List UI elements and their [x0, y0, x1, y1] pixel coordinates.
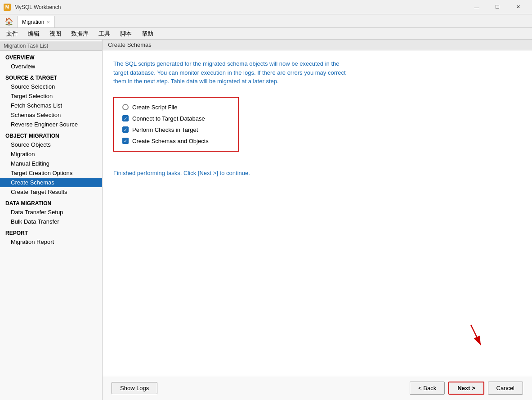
sidebar-item-target-selection[interactable]: Target Selection: [0, 91, 102, 101]
tab-close-icon[interactable]: ×: [47, 19, 49, 25]
sidebar-header: Migration Task List: [0, 41, 102, 51]
sidebar-item-reverse-engineer[interactable]: Reverse Engineer Source: [0, 120, 102, 129]
radio-label: Create Script File: [132, 104, 177, 111]
radio-create-script-file[interactable]: Create Script File: [122, 104, 230, 111]
checkbox-label: Perform Checks in Target: [132, 126, 198, 133]
content-area: Create Schemas The SQL scripts generated…: [103, 40, 532, 400]
sidebar-item-target-creation-options[interactable]: Target Creation Options: [0, 168, 102, 178]
back-button[interactable]: < Back: [410, 382, 445, 395]
section-object-migration: OBJECT MIGRATION: [0, 129, 102, 140]
sidebar: Migration Task List OVERVIEW Overview SO…: [0, 40, 103, 400]
app-body: Migration Task List OVERVIEW Overview SO…: [0, 40, 532, 400]
menu-item-编辑[interactable]: 编辑: [23, 29, 44, 39]
migration-tab[interactable]: Migration ×: [17, 16, 55, 27]
app-icon: M: [4, 4, 11, 11]
section-overview: OVERVIEW: [0, 51, 102, 62]
sidebar-item-schemas-selection[interactable]: Schemas Selection: [0, 110, 102, 120]
sidebar-item-create-schemas[interactable]: Create Schemas: [0, 178, 102, 187]
content-body: The SQL scripts generated for the migrat…: [103, 50, 532, 376]
menu-item-视图[interactable]: 视图: [45, 29, 66, 39]
section-report: REPORT: [0, 226, 102, 237]
home-tab[interactable]: 🏠: [2, 15, 16, 27]
checkbox-icon: ✓: [122, 138, 129, 144]
cancel-button[interactable]: Cancel: [488, 382, 523, 395]
nav-buttons: < Back Next > Cancel: [410, 382, 523, 395]
finished-text: Finished performing tasks. Click [Next >…: [113, 170, 521, 176]
arrow-svg: [462, 320, 489, 352]
description-text: The SQL scripts generated for the migrat…: [113, 59, 347, 86]
section-data-migration: DATA MIGRATION: [0, 197, 102, 207]
title-bar: M MySQL Workbench — ☐ ✕: [0, 0, 532, 14]
content-header: Create Schemas: [103, 40, 532, 50]
sidebar-item-manual-editing[interactable]: Manual Editing: [0, 159, 102, 168]
title-bar-left: M MySQL Workbench: [4, 4, 61, 11]
sidebar-item-data-transfer-setup[interactable]: Data Transfer Setup: [0, 207, 102, 217]
menu-item-帮助[interactable]: 帮助: [137, 29, 158, 39]
sidebar-item-bulk-data-transfer[interactable]: Bulk Data Transfer: [0, 217, 102, 226]
menu-bar: 文件编辑视图数据库工具脚本帮助: [0, 28, 532, 40]
menu-item-文件[interactable]: 文件: [2, 29, 22, 39]
sidebar-item-migration-report[interactable]: Migration Report: [0, 237, 102, 247]
checkbox-perform-checks[interactable]: ✓ Perform Checks in Target: [122, 126, 230, 133]
checkbox-connect-target[interactable]: ✓ Connect to Target Database: [122, 115, 230, 122]
checkbox-create-schemas-objects[interactable]: ✓ Create Schemas and Objects: [122, 138, 230, 144]
checkbox-label: Create Schemas and Objects: [132, 138, 209, 144]
maximize-button[interactable]: ☐: [487, 0, 508, 14]
section-source-target: SOURCE & TARGET: [0, 71, 102, 82]
sidebar-item-source-objects[interactable]: Source Objects: [0, 140, 102, 149]
sidebar-item-create-target-results[interactable]: Create Target Results: [0, 187, 102, 197]
menu-item-脚本[interactable]: 脚本: [116, 29, 136, 39]
sidebar-item-overview[interactable]: Overview: [0, 62, 102, 71]
tab-bar: 🏠 Migration ×: [0, 14, 532, 28]
next-button[interactable]: Next >: [448, 382, 484, 395]
menu-item-数据库[interactable]: 数据库: [67, 29, 93, 39]
show-logs-button[interactable]: Show Logs: [112, 382, 157, 394]
svg-line-1: [471, 325, 481, 345]
radio-circle-icon: [122, 104, 129, 110]
sidebar-item-fetch-schemas[interactable]: Fetch Schemas List: [0, 101, 102, 110]
arrow-annotation: [462, 320, 489, 353]
app-title: MySQL Workbench: [14, 4, 61, 10]
window-controls: — ☐ ✕: [466, 0, 528, 14]
checkbox-label: Connect to Target Database: [132, 115, 205, 122]
options-box: Create Script File ✓ Connect to Target D…: [113, 97, 239, 152]
sidebar-item-source-selection[interactable]: Source Selection: [0, 82, 102, 91]
checkbox-icon: ✓: [122, 126, 129, 133]
bottom-bar: Show Logs < Back Next > Cancel: [103, 376, 532, 400]
menu-item-工具[interactable]: 工具: [94, 29, 115, 39]
tab-label: Migration: [22, 19, 44, 25]
minimize-button[interactable]: —: [466, 0, 487, 14]
sidebar-item-migration[interactable]: Migration: [0, 149, 102, 159]
checkbox-icon: ✓: [122, 115, 129, 121]
close-button[interactable]: ✕: [508, 0, 528, 14]
